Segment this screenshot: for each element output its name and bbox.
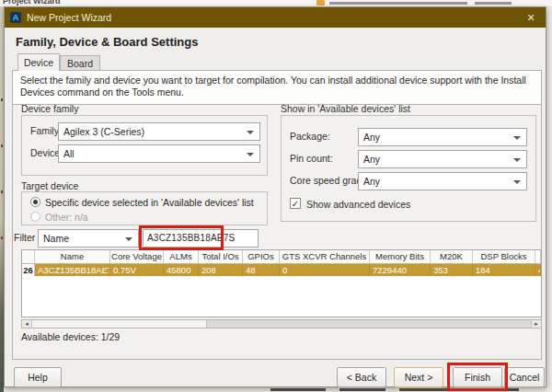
device-family-group-title: Device family bbox=[21, 103, 78, 114]
tab-device[interactable]: Device bbox=[17, 53, 60, 71]
page-title: Family, Device & Board Settings bbox=[16, 35, 198, 49]
chevron-down-icon bbox=[247, 131, 254, 134]
new-project-wizard-dialog: A New Project Wizard ✕ Family, Device & … bbox=[4, 6, 546, 387]
table-horizontal-scrollbar[interactable]: ◄ ► bbox=[21, 319, 542, 329]
show-in-group-title: Show in 'Available devices' list bbox=[281, 103, 410, 114]
dialog-title: New Project Wizard bbox=[27, 12, 111, 23]
help-button[interactable]: Help bbox=[14, 367, 62, 387]
cell-m20k: 353 bbox=[431, 264, 473, 276]
col-gts-xcvr[interactable]: GTS XCVR Channels bbox=[280, 250, 370, 264]
filter-field-select[interactable]: Name bbox=[38, 229, 139, 248]
chevron-down-icon bbox=[513, 158, 521, 162]
device-select[interactable]: All bbox=[58, 144, 260, 163]
pin-count-select-value: Any bbox=[363, 154, 380, 165]
quartus-logo-icon: A bbox=[10, 12, 21, 23]
background-toolbar-icon bbox=[316, 0, 325, 6]
cell-gts-xcvr: 0 bbox=[280, 264, 370, 276]
col-m20k[interactable]: M20K bbox=[431, 250, 473, 264]
col-dsp-blocks[interactable]: DSP Blocks bbox=[473, 250, 535, 264]
pin-count-label: Pin count: bbox=[290, 153, 333, 164]
chevron-down-icon bbox=[125, 237, 132, 241]
package-select[interactable]: Any bbox=[358, 128, 527, 146]
other-device-radio[interactable] bbox=[30, 212, 40, 222]
background-window-top-sliver: Project Wizard bbox=[0, 0, 552, 6]
col-core-voltage[interactable]: Core Voltage bbox=[110, 250, 164, 264]
specific-device-label: Specific device selected in 'Available d… bbox=[45, 197, 254, 208]
cell-gpios: 48 bbox=[243, 264, 280, 276]
description-text: Select the family and device you want to… bbox=[12, 70, 542, 105]
package-select-value: Any bbox=[363, 132, 380, 143]
radio-dot bbox=[33, 200, 38, 204]
dialog-titlebar[interactable]: A New Project Wizard ✕ bbox=[5, 7, 546, 28]
next-button[interactable]: Next > bbox=[394, 367, 443, 387]
annotation-finish-highlight bbox=[447, 363, 508, 391]
cancel-button[interactable]: Cancel bbox=[504, 367, 545, 387]
family-select-value: Agilex 3 (C-Series) bbox=[63, 126, 144, 137]
chevron-down-icon bbox=[513, 180, 521, 184]
filter-field-value: Name bbox=[43, 233, 69, 244]
pin-count-select[interactable]: Any bbox=[358, 150, 527, 168]
target-device-group-title: Target device bbox=[21, 180, 78, 191]
scroll-right-icon[interactable]: ► bbox=[531, 320, 541, 328]
device-select-value: All bbox=[63, 148, 75, 159]
cell-alms: 45800 bbox=[164, 264, 199, 276]
family-select[interactable]: Agilex 3 (C-Series) bbox=[58, 122, 260, 141]
table-row-selected[interactable]: 26 A3CZ135BB18AE7S 0.75V 45800 208 48 0 … bbox=[22, 264, 541, 276]
cell-core-voltage: 0.75V bbox=[110, 264, 164, 276]
close-icon[interactable]: ✕ bbox=[523, 10, 538, 25]
col-memory-bits[interactable]: Memory Bits bbox=[370, 250, 431, 264]
chevron-down-icon bbox=[513, 136, 521, 140]
chevron-down-icon bbox=[247, 153, 254, 156]
cell-name: A3CZ135BB18AE7S bbox=[35, 264, 110, 276]
col-gpios[interactable]: GPIOs bbox=[243, 250, 280, 264]
filter-label: Filter : bbox=[14, 232, 40, 243]
speed-grade-select[interactable]: Any bbox=[358, 172, 527, 190]
table-header-row: Name Core Voltage ALMs Total I/Os GPIOs … bbox=[22, 250, 541, 264]
scrollbar-thumb[interactable] bbox=[206, 320, 535, 328]
show-advanced-checkbox[interactable]: ✓ bbox=[290, 198, 301, 209]
col-total-ios[interactable]: Total I/Os bbox=[199, 250, 243, 264]
tab-board[interactable]: Board bbox=[60, 55, 100, 71]
screen: Project Wizard A New Project Wizard ✕ Fa… bbox=[0, 0, 552, 392]
col-alms[interactable]: ALMs bbox=[164, 250, 199, 264]
specific-device-radio[interactable] bbox=[30, 197, 40, 207]
row-number-cell: 26 bbox=[22, 264, 35, 276]
speed-grade-select-value: Any bbox=[363, 176, 380, 187]
cell-dsp: 184 bbox=[473, 264, 535, 276]
scroll-left-icon[interactable]: ◄ bbox=[22, 320, 32, 328]
col-name[interactable]: Name bbox=[35, 250, 110, 264]
family-label: Family: bbox=[30, 125, 62, 136]
col-clipped bbox=[535, 250, 541, 264]
back-button[interactable]: < Back bbox=[337, 367, 386, 387]
package-label: Package: bbox=[290, 131, 330, 142]
other-device-label: Other: n/a bbox=[45, 212, 88, 223]
background-text-fragment bbox=[475, 2, 512, 5]
available-devices-table[interactable]: Name Core Voltage ALMs Total I/Os GPIOs … bbox=[21, 249, 542, 317]
background-window-title-fragment: Project Wizard bbox=[3, 0, 60, 6]
available-devices-count: Available devices: 1/29 bbox=[21, 331, 120, 342]
cell-clipped: 4 bbox=[535, 264, 541, 276]
cell-memory-bits: 7229440 bbox=[370, 264, 431, 276]
show-advanced-label: Show advanced devices bbox=[306, 199, 410, 210]
background-text-fragment bbox=[329, 2, 467, 5]
cell-total-ios: 208 bbox=[199, 264, 243, 276]
annotation-filter-highlight bbox=[139, 225, 224, 250]
row-number-header[interactable] bbox=[22, 250, 35, 264]
